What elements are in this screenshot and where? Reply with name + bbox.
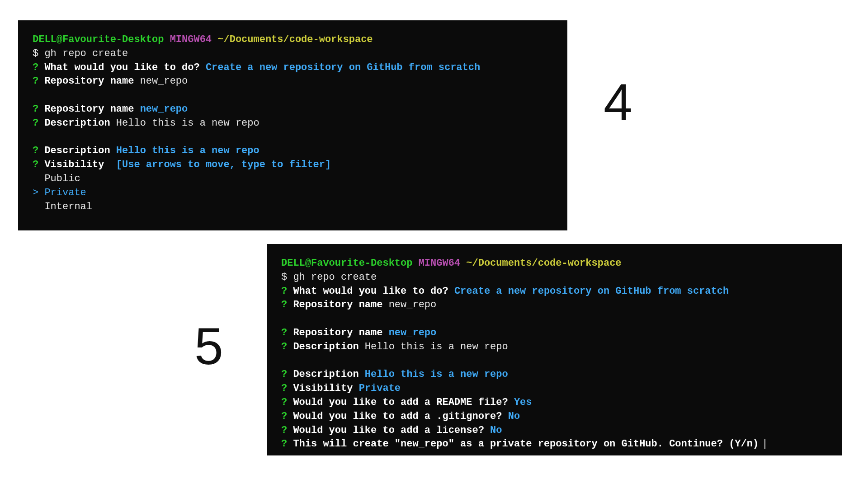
question-mark-icon: ? <box>33 117 38 129</box>
question-repo: Repository name <box>44 103 134 115</box>
step-label-5: 5 <box>194 316 223 376</box>
question-repo: Repository name <box>44 75 134 87</box>
question-mark-icon: ? <box>33 103 38 115</box>
step-label-4: 4 <box>604 72 632 132</box>
answer-repo-confirmed: new_repo <box>389 327 437 338</box>
answer-desc: Hello this is a new repo <box>116 117 259 129</box>
question-mark-icon: ? <box>281 411 287 422</box>
answer-repo: new_repo <box>389 299 437 310</box>
answer-license: No <box>490 425 502 436</box>
visibility-option-internal[interactable]: Internal <box>44 201 92 212</box>
question-mark-icon: ? <box>33 159 38 170</box>
prompt-user: DELL@Favourite-Desktop <box>281 258 412 269</box>
question-mark-icon: ? <box>281 327 287 338</box>
answer-repo: new_repo <box>140 75 188 87</box>
answer-what: Create a new repository on GitHub from s… <box>454 286 729 297</box>
visibility-option-public[interactable]: Public <box>44 173 80 184</box>
question-repo: Repository name <box>293 327 382 338</box>
answer-visibility: Private <box>359 383 401 394</box>
answer-repo-confirmed: new_repo <box>140 103 188 115</box>
prompt-shell: MINGW64 <box>419 258 460 269</box>
question-mark-icon: ? <box>281 341 287 352</box>
command: gh repo create <box>44 48 128 59</box>
question-mark-icon: ? <box>281 286 287 297</box>
prompt-shell: MINGW64 <box>170 34 212 45</box>
question-mark-icon: ? <box>33 62 38 73</box>
question-mark-icon: ? <box>281 397 287 408</box>
question-gitignore: Would you like to add a .gitignore? <box>293 411 502 422</box>
question-readme: Would you like to add a README file? <box>293 397 508 408</box>
answer-desc-confirmed: Hello this is a new repo <box>116 145 259 156</box>
question-mark-icon: ? <box>281 438 287 450</box>
question-desc: Description <box>293 341 359 352</box>
question-mark-icon: ? <box>33 75 38 87</box>
terminal-step-4[interactable]: DELL@Favourite-Desktop MINGW64 ~/Documen… <box>18 20 567 230</box>
question-visibility: Visibility <box>44 159 104 170</box>
question-mark-icon: ? <box>281 425 287 436</box>
selector-arrow-icon: > <box>33 187 38 198</box>
question-desc: Description <box>44 145 110 156</box>
question-mark-icon: ? <box>33 145 38 156</box>
question-mark-icon: ? <box>281 383 287 394</box>
question-visibility: Visibility <box>293 383 353 394</box>
answer-desc: Hello this is a new repo <box>365 341 508 352</box>
question-what: What would you like to do? <box>293 286 448 297</box>
answer-gitignore: No <box>508 411 520 422</box>
question-what: What would you like to do? <box>44 62 199 73</box>
prompt-user: DELL@Favourite-Desktop <box>33 34 164 45</box>
answer-what: Create a new repository on GitHub from s… <box>206 62 480 73</box>
command: gh repo create <box>293 272 377 283</box>
question-confirm[interactable]: This will create "new_repo" as a private… <box>293 438 759 450</box>
question-desc: Description <box>293 369 359 380</box>
prompt-path: ~/Documents/code-workspace <box>217 34 373 45</box>
answer-readme: Yes <box>514 397 532 408</box>
question-mark-icon: ? <box>281 369 287 380</box>
terminal-step-5[interactable]: DELL@Favourite-Desktop MINGW64 ~/Documen… <box>267 244 842 455</box>
visibility-hint: [Use arrows to move, type to filter] <box>116 159 331 170</box>
prompt-path: ~/Documents/code-workspace <box>466 258 621 269</box>
question-mark-icon: ? <box>281 299 287 310</box>
question-desc: Description <box>44 117 110 129</box>
prompt-symbol: $ <box>33 48 38 59</box>
question-license: Would you like to add a license? <box>293 425 484 436</box>
question-repo: Repository name <box>293 299 382 310</box>
answer-desc-confirmed: Hello this is a new repo <box>365 369 508 380</box>
cursor-icon <box>764 439 765 449</box>
prompt-symbol: $ <box>281 272 287 283</box>
visibility-option-private[interactable]: Private <box>44 187 86 198</box>
